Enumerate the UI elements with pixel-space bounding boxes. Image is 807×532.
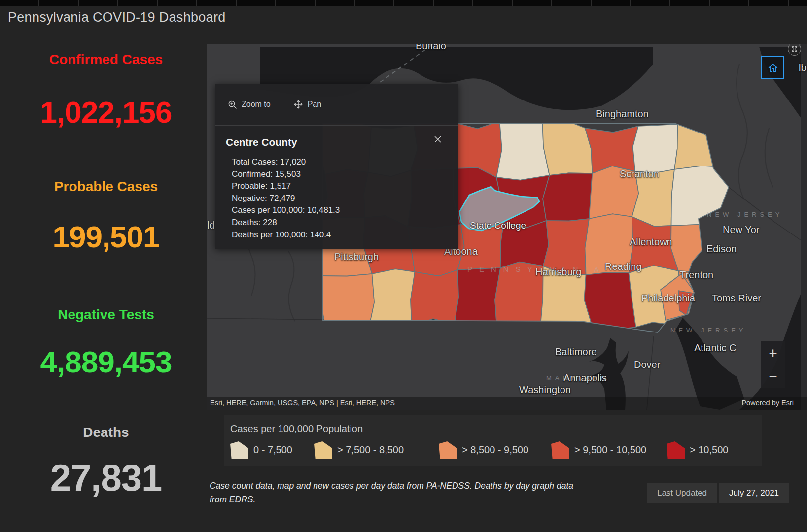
legend-panel: Cases per 100,000 Population 0 - 7,500> … <box>224 415 762 466</box>
county-shape[interactable] <box>542 119 592 175</box>
county-shape[interactable] <box>543 173 592 221</box>
zoom-to-button[interactable]: Zoom to <box>228 100 271 109</box>
legend-item: 0 - 7,500 <box>230 441 292 459</box>
legend-swatch <box>230 441 248 459</box>
legend-label: > 10,500 <box>690 444 728 456</box>
county-shape[interactable] <box>633 124 678 173</box>
map-canvas[interactable]: BuffaloBinghamtonScrantonAllentownNew Yo… <box>207 44 807 410</box>
legend-swatch <box>667 441 685 459</box>
county-shape[interactable] <box>496 119 550 180</box>
home-icon <box>767 62 779 74</box>
stat-value: 27,831 <box>5 456 207 499</box>
county-shape[interactable] <box>411 270 458 326</box>
stat-value: 1,022,156 <box>5 95 207 130</box>
stat-label: Negative Tests <box>5 307 207 323</box>
legend-swatch <box>551 441 569 459</box>
home-button[interactable] <box>761 56 784 79</box>
zoom-in-button[interactable]: + <box>761 341 785 365</box>
attribution-text: Esri, HERE, Garmin, USGS, EPA, NPS | Esr… <box>210 399 395 407</box>
zoom-out-button[interactable]: − <box>761 365 785 388</box>
pan-label: Pan <box>308 100 321 109</box>
legend-item: > 7,500 - 8,500 <box>314 441 404 459</box>
stat-deaths: Deaths 27,831 <box>5 425 207 499</box>
map-right-gutter <box>801 44 807 410</box>
stat-negative-tests: Negative Tests 4,889,453 <box>5 307 207 379</box>
stat-label: Confirmed Cases <box>5 52 207 67</box>
page-title: Pennsylvania COVID-19 Dashboard <box>8 10 226 25</box>
stat-label: Deaths <box>5 425 207 440</box>
last-updated-value: July 27, 2021 <box>719 483 789 503</box>
county-shape[interactable] <box>585 214 633 275</box>
legend-label: > 7,500 - 8,500 <box>337 444 404 456</box>
stat-label: Probable Cases <box>5 179 207 195</box>
legend-label: > 9,500 - 10,500 <box>574 444 646 456</box>
legend-swatch <box>439 441 457 459</box>
legend-swatch <box>314 441 332 459</box>
popup-stat-line: Deaths: 228 <box>232 217 458 229</box>
browser-top-strip <box>0 0 807 6</box>
popup-stat-line: Confirmed: 15,503 <box>232 168 458 181</box>
data-source-note: Case count data, map and new cases per d… <box>210 479 589 507</box>
popup-stat-line: Total Cases: 17,020 <box>232 156 458 168</box>
stat-value: 199,501 <box>5 219 207 254</box>
legend-item: > 8,500 - 9,500 <box>439 441 528 459</box>
expand-arrows-icon <box>791 45 798 53</box>
stat-probable-cases: Probable Cases 199,501 <box>5 179 207 254</box>
stat-value: 4,889,453 <box>5 344 207 379</box>
zoom-to-label: Zoom to <box>242 100 271 109</box>
popup-stat-line: Cases per 100,000: 10,481.3 <box>232 204 458 217</box>
county-shape[interactable] <box>369 269 415 328</box>
popup-toolbar: Zoom to Pan <box>215 84 458 126</box>
legend-label: 0 - 7,500 <box>253 444 292 456</box>
county-shape[interactable] <box>632 169 674 226</box>
dashboard-header: Pennsylvania COVID-19 Dashboard <box>0 6 807 29</box>
magnifier-plus-icon <box>228 100 237 109</box>
popup-stat-line: Deaths per 100,000: 140.4 <box>232 229 458 241</box>
popup-title: Centre County <box>226 136 297 148</box>
pan-button[interactable]: Pan <box>293 100 321 109</box>
map-attribution-bar: Esri, HERE, Garmin, USGS, EPA, NPS | Esr… <box>207 397 807 410</box>
close-icon[interactable] <box>434 135 442 145</box>
stat-confirmed-cases: Confirmed Cases 1,022,156 <box>5 52 207 130</box>
last-updated-label: Last Updated <box>647 483 717 503</box>
county-shape[interactable] <box>543 219 589 275</box>
map-zoom-control: + − <box>761 341 785 388</box>
legend-item: > 10,500 <box>667 441 728 459</box>
county-shape[interactable] <box>589 166 638 219</box>
popup-stat-line: Negative: 72,479 <box>232 193 458 205</box>
popup-stat-line: Probable: 1,517 <box>232 180 458 193</box>
powered-by-esri: Powered by Esri <box>741 399 794 407</box>
legend-item: > 9,500 - 10,500 <box>551 441 646 459</box>
county-shape[interactable] <box>584 272 635 329</box>
move-arrows-icon <box>293 100 303 109</box>
county-popup: Zoom to Pan Centre County <box>215 84 458 249</box>
county-shape[interactable] <box>500 221 549 268</box>
legend-title: Cases per 100,000 Population <box>230 423 363 434</box>
popup-stats: Total Cases: 17,020Confirmed: 15,503Prob… <box>232 156 458 241</box>
legend-label: > 8,500 - 9,500 <box>462 444 528 456</box>
